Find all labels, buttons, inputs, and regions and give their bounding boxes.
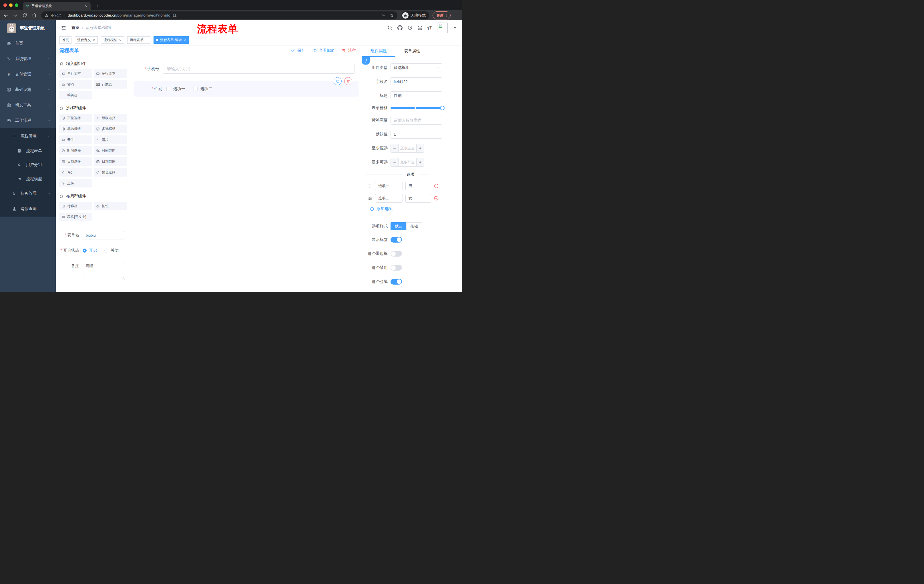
component-type-select[interactable]: 多选框组 bbox=[391, 63, 442, 72]
home-button[interactable] bbox=[32, 13, 36, 18]
option-label-input[interactable] bbox=[375, 194, 403, 202]
component-item-radio-group[interactable]: 单选框组 bbox=[59, 125, 92, 133]
min-select-input[interactable] bbox=[399, 144, 416, 152]
tab-process-form[interactable]: 流程表单 bbox=[127, 36, 150, 44]
browser-tab[interactable]: 芋道管理系统 bbox=[23, 2, 91, 10]
option-label-input[interactable] bbox=[375, 182, 403, 190]
search-icon[interactable] bbox=[388, 25, 393, 30]
with-border-toggle[interactable] bbox=[391, 251, 402, 257]
tab-process-model[interactable]: 流程模型 bbox=[101, 36, 124, 44]
tab-process-form-edit[interactable]: 流程表单-编辑 bbox=[153, 36, 189, 44]
sidebar-item-process-form[interactable]: 流程表单 bbox=[0, 144, 56, 158]
style-button-button[interactable]: 按钮 bbox=[406, 222, 422, 230]
show-label-toggle[interactable] bbox=[391, 237, 402, 243]
close-icon[interactable] bbox=[183, 39, 186, 41]
style-default-button[interactable]: 默认 bbox=[391, 222, 406, 230]
component-item-single-text[interactable]: 单行文本 bbox=[59, 69, 92, 78]
form-name-input[interactable] bbox=[82, 231, 125, 239]
phone-field-input[interactable] bbox=[163, 64, 355, 74]
sidebar-logo[interactable]: 芋道管理系统 bbox=[0, 20, 56, 36]
component-item-checkbox-group[interactable]: 多选框组 bbox=[94, 125, 127, 133]
component-item-counter[interactable]: 123计数器 bbox=[94, 80, 127, 89]
fullscreen-icon[interactable] bbox=[417, 25, 422, 30]
required-toggle[interactable] bbox=[391, 279, 402, 285]
sidebar-item-process-mgmt[interactable]: 流程管理 bbox=[0, 128, 56, 144]
tab-home[interactable]: 首页 bbox=[59, 36, 71, 44]
remove-option-icon[interactable] bbox=[434, 183, 439, 189]
delete-component-button[interactable] bbox=[344, 77, 352, 85]
drag-handle-icon[interactable] bbox=[368, 196, 373, 201]
sidebar-item-leave-query[interactable]: 请假查询 bbox=[0, 201, 56, 217]
default-value-input[interactable] bbox=[391, 130, 442, 138]
option-value-input[interactable] bbox=[405, 194, 431, 202]
forward-button[interactable] bbox=[13, 13, 18, 18]
component-item-multi-text[interactable]: 多行文本 bbox=[94, 69, 127, 78]
save-button[interactable]: 保存 bbox=[291, 48, 305, 53]
add-option-button[interactable]: 添加选项 bbox=[370, 206, 458, 211]
sidebar-item-workflow[interactable]: 工作流程 bbox=[0, 113, 56, 128]
help-icon[interactable] bbox=[408, 25, 412, 30]
component-item-slider[interactable]: 滑块 bbox=[94, 135, 127, 144]
canvas-field-gender-selected[interactable]: 性别 选项一 选项二 bbox=[134, 81, 358, 97]
address-bar[interactable]: 不安全 dashboard.yudao.iocoder.cn /bpm/mana… bbox=[41, 12, 398, 20]
browser-update-button[interactable]: 更新 bbox=[432, 12, 450, 20]
sidebar-item-system[interactable]: 系统管理 bbox=[0, 51, 56, 67]
form-remark-textarea[interactable]: 嘿嘿 bbox=[82, 262, 125, 280]
sidebar-item-infra[interactable]: 基础设施 bbox=[0, 82, 56, 97]
checkbox[interactable] bbox=[167, 87, 170, 91]
drag-handle-icon[interactable] bbox=[368, 184, 373, 188]
breadcrumb-home[interactable]: 首页 bbox=[71, 25, 79, 30]
label-width-input[interactable] bbox=[391, 116, 442, 125]
close-icon[interactable] bbox=[119, 39, 122, 41]
component-item-editor[interactable]: 编辑器 bbox=[59, 91, 92, 99]
password-key-icon[interactable] bbox=[381, 13, 386, 17]
clear-button[interactable]: 清空 bbox=[342, 48, 356, 53]
max-select-input[interactable] bbox=[399, 158, 416, 166]
status-radio-off[interactable]: 关闭 bbox=[104, 248, 119, 253]
increase-button[interactable] bbox=[416, 158, 424, 166]
component-item-row-container[interactable]: 行容器 bbox=[59, 202, 92, 210]
link-tab-button[interactable] bbox=[362, 57, 370, 64]
slider-track[interactable] bbox=[391, 107, 442, 109]
sidebar-item-user-group[interactable]: 用户分组 bbox=[0, 158, 56, 172]
gender-option-1[interactable]: 选项一 bbox=[167, 86, 185, 91]
sidebar-item-process-model[interactable]: 流程模型 bbox=[0, 172, 56, 186]
bookmark-star-icon[interactable] bbox=[390, 13, 394, 17]
component-item-cascader[interactable]: 级联选择 bbox=[94, 114, 127, 122]
decrease-button[interactable] bbox=[391, 158, 399, 166]
form-grid-slider[interactable] bbox=[391, 106, 442, 110]
browser-menu-icon[interactable] bbox=[445, 13, 449, 17]
github-icon[interactable] bbox=[398, 25, 403, 30]
reload-button[interactable] bbox=[22, 13, 27, 18]
window-minimize-button[interactable] bbox=[9, 3, 13, 7]
component-item-rate[interactable]: 评分 bbox=[59, 168, 92, 176]
canvas-field-phone[interactable]: 手机号 bbox=[135, 64, 355, 74]
security-label[interactable]: 不安全 bbox=[51, 13, 62, 18]
new-tab-button[interactable] bbox=[95, 4, 99, 8]
component-item-time-picker[interactable]: 时间选择 bbox=[59, 146, 92, 155]
sidebar-item-task-mgmt[interactable]: 任务管理 bbox=[0, 186, 56, 201]
option-value-input[interactable] bbox=[405, 182, 431, 190]
back-button[interactable] bbox=[3, 13, 8, 18]
component-item-color-picker[interactable]: 颜色选择 bbox=[94, 168, 127, 176]
security-warning-icon[interactable] bbox=[45, 13, 49, 17]
sidebar-item-home[interactable]: 首页 bbox=[0, 36, 56, 51]
close-icon[interactable] bbox=[145, 39, 148, 41]
title-input[interactable] bbox=[391, 91, 442, 100]
component-item-password[interactable]: 密码 bbox=[59, 80, 92, 89]
component-item-switch[interactable]: 开关 bbox=[59, 135, 92, 144]
component-item-table[interactable]: 表格[开发中] bbox=[59, 212, 92, 221]
copy-component-button[interactable] bbox=[333, 77, 342, 85]
avatar-caret-icon[interactable] bbox=[452, 25, 458, 30]
sidebar-collapse-icon[interactable] bbox=[61, 25, 66, 31]
sidebar-item-devtools[interactable]: 研发工具 bbox=[0, 97, 56, 113]
slider-handle[interactable] bbox=[440, 106, 445, 110]
status-radio-on[interactable]: 开启 bbox=[82, 248, 97, 253]
avatar[interactable] bbox=[437, 23, 448, 33]
component-item-date-range[interactable]: 日期范围 bbox=[94, 157, 127, 166]
window-zoom-button[interactable] bbox=[15, 3, 18, 7]
checkbox[interactable] bbox=[193, 87, 198, 91]
window-close-button[interactable] bbox=[3, 3, 7, 7]
remove-option-icon[interactable] bbox=[434, 196, 439, 201]
component-item-date-picker[interactable]: 日期选择 bbox=[59, 157, 92, 166]
